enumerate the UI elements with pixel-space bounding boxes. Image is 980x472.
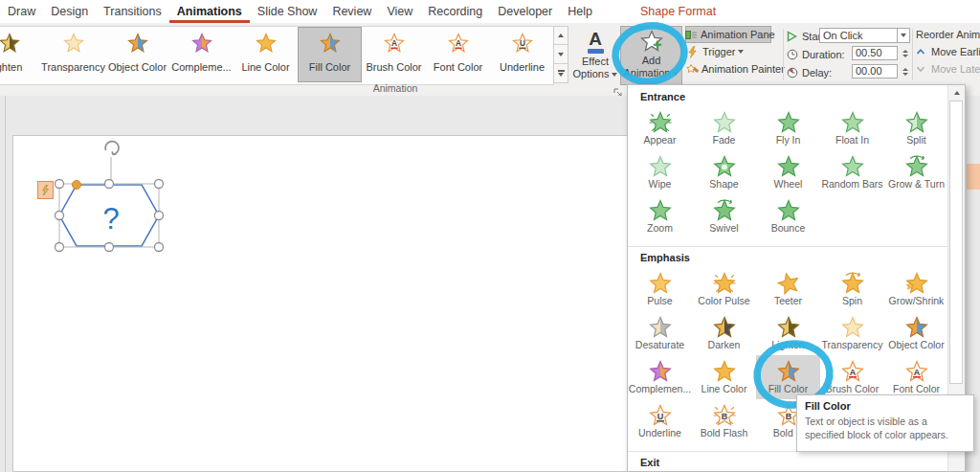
menu-section-entrance: EntranceAppearFadeFly InFloat InSplitWip… bbox=[628, 91, 949, 238]
scrollbar-thumb[interactable] bbox=[949, 101, 963, 384]
menu-effect-color-pulse[interactable]: Color Pulse bbox=[692, 267, 756, 311]
zoom-star-icon bbox=[649, 197, 672, 223]
start-select-arrow[interactable] bbox=[898, 28, 910, 43]
tab-label: Animations bbox=[177, 5, 242, 18]
menu-effect-spin[interactable]: Spin bbox=[820, 267, 884, 311]
trigger-label: Trigger bbox=[702, 46, 735, 57]
gallery-item-label: ghten bbox=[0, 61, 22, 73]
animation-group-label: Animation bbox=[352, 82, 438, 94]
scrollbar-up-button[interactable] bbox=[948, 85, 965, 100]
menu-effect-bounce[interactable]: Bounce bbox=[756, 194, 820, 238]
tab-slide-show[interactable]: Slide Show bbox=[250, 0, 325, 23]
menu-effect-wipe[interactable]: Wipe bbox=[628, 150, 692, 194]
caret-up-icon bbox=[916, 48, 929, 56]
gallery-item-transparency[interactable]: Transparency bbox=[41, 27, 105, 82]
duration-value: 00.50 bbox=[856, 47, 882, 58]
animation-styles-gallery: ghtenTransparencyObject ColorCompleme...… bbox=[0, 26, 554, 85]
ribbon-separator bbox=[783, 29, 784, 80]
menu-effect-desaturate[interactable]: Desaturate bbox=[628, 311, 692, 355]
menu-effect-float-in[interactable]: Float In bbox=[820, 106, 884, 150]
up-arrow-icon bbox=[954, 91, 960, 95]
color-pulse-star-icon bbox=[713, 270, 736, 296]
adjust-handle[interactable] bbox=[73, 181, 81, 190]
tab-design[interactable]: Design bbox=[43, 0, 96, 23]
gallery-scroll-down-button[interactable] bbox=[553, 45, 568, 64]
start-select[interactable]: On Click bbox=[819, 28, 898, 43]
teeter-star-icon bbox=[777, 270, 800, 296]
menu-effect-underline[interactable]: UUnderline bbox=[628, 399, 692, 443]
menu-effect-random-bars[interactable]: Random Bars bbox=[820, 150, 884, 194]
menu-effect-label: Shape bbox=[709, 179, 738, 190]
spin-star-icon bbox=[841, 270, 864, 296]
svg-text:U: U bbox=[520, 39, 525, 48]
tab-developer[interactable]: Developer bbox=[490, 0, 560, 23]
menu-effect-line-color[interactable]: Line Color bbox=[692, 355, 756, 399]
trigger-button[interactable]: Trigger bbox=[685, 43, 783, 60]
menu-effect-wheel[interactable]: Wheel bbox=[756, 150, 820, 194]
spin-up-icon bbox=[902, 50, 908, 53]
duration-input[interactable]: 00.50 bbox=[852, 46, 898, 60]
start-value: On Click bbox=[823, 30, 863, 41]
split-star-icon bbox=[905, 109, 928, 135]
menu-effect-pulse[interactable]: Pulse bbox=[628, 267, 692, 311]
gallery-item-ghten[interactable]: ghten bbox=[0, 27, 41, 82]
gallery-item-underline[interactable]: UUnderline bbox=[490, 27, 554, 82]
menu-effect-lighten[interactable]: Lighten bbox=[756, 311, 820, 355]
gallery-item-font-color[interactable]: AFont Color bbox=[426, 27, 490, 82]
duration-spinner[interactable] bbox=[900, 46, 910, 60]
gallery-more-button[interactable] bbox=[553, 64, 568, 83]
menu-effect-label: Brush Color bbox=[826, 384, 879, 394]
shape-placeholder-text: ? bbox=[102, 202, 119, 236]
tab-recording[interactable]: Recording bbox=[420, 0, 490, 23]
menu-effect-fly-in[interactable]: Fly In bbox=[756, 106, 820, 150]
up-arrow-icon bbox=[558, 34, 564, 37]
menu-effect-grow-shrink[interactable]: Grow/Shrink bbox=[884, 267, 948, 311]
animation-pane-button[interactable]: Animation Pane bbox=[685, 26, 771, 43]
gallery-scroll-buttons bbox=[553, 26, 568, 85]
tab-view[interactable]: View bbox=[379, 0, 420, 23]
tab-review[interactable]: Review bbox=[324, 0, 379, 23]
delay-spinner[interactable] bbox=[900, 64, 910, 79]
gallery-item-compleme[interactable]: Compleme... bbox=[169, 27, 234, 82]
gallery-item-object-color[interactable]: Object Color bbox=[105, 27, 169, 82]
menu-effect-teeter[interactable]: Teeter bbox=[756, 267, 820, 311]
menu-effect-object-color[interactable]: Object Color bbox=[884, 311, 948, 355]
menu-effect-zoom[interactable]: Zoom bbox=[628, 194, 692, 238]
lightning-bolt-icon bbox=[685, 46, 700, 58]
menu-effect-brush-color[interactable]: ABrush Color bbox=[820, 355, 884, 399]
tab-help[interactable]: Help bbox=[560, 0, 600, 23]
menu-effect-fade[interactable]: Fade bbox=[692, 106, 756, 150]
tab-transitions[interactable]: Transitions bbox=[96, 0, 169, 23]
tab-shape-format[interactable]: Shape Format bbox=[633, 0, 724, 23]
gallery-item-fill-color[interactable]: Fill Color bbox=[298, 27, 362, 82]
delay-input[interactable]: 00.00 bbox=[852, 64, 898, 79]
menu-effect-darken[interactable]: Darken bbox=[692, 311, 756, 355]
effect-options-button[interactable]: A Effect Options bbox=[571, 26, 619, 85]
random-bars-star-icon bbox=[841, 153, 864, 179]
menu-effect-grow-turn[interactable]: Grow & Turn bbox=[884, 150, 948, 194]
delay-value: 00.00 bbox=[856, 65, 882, 77]
gallery-item-brush-color[interactable]: ABrush Color bbox=[362, 27, 426, 82]
grow-shrink-star-icon bbox=[905, 270, 928, 296]
menu-effect-transparency[interactable]: Transparency bbox=[820, 311, 884, 355]
down-arrow-icon bbox=[558, 53, 564, 56]
move-later-button[interactable]: Move Later bbox=[916, 60, 980, 78]
animation-styles-strip: ghtenTransparencyObject ColorCompleme...… bbox=[0, 27, 554, 82]
selected-hexagon-shape[interactable]: ? bbox=[43, 134, 172, 263]
gallery-scroll-up-button[interactable] bbox=[553, 26, 568, 45]
menu-effect-bold-flash[interactable]: BBold Flash bbox=[692, 399, 756, 443]
gallery-item-line-color[interactable]: Line Color bbox=[234, 27, 298, 82]
menu-effect-split[interactable]: Split bbox=[884, 106, 948, 150]
menu-effect-fill-color[interactable]: Fill Color bbox=[756, 355, 820, 399]
menu-effect-shape[interactable]: Shape bbox=[692, 150, 756, 194]
tab-draw[interactable]: Draw bbox=[0, 0, 43, 23]
animation-painter-button[interactable]: Animation Painter bbox=[685, 60, 783, 78]
move-earlier-button[interactable]: Move Earlie bbox=[916, 43, 980, 60]
menu-effect-swivel[interactable]: Swivel bbox=[692, 194, 756, 238]
add-animation-button[interactable]: Add Animation bbox=[620, 26, 682, 85]
tab-animations[interactable]: Animations bbox=[169, 0, 250, 23]
menu-effect-font-color[interactable]: AFont Color bbox=[884, 355, 948, 399]
menu-effect-complemen[interactable]: Complemen... bbox=[628, 355, 692, 399]
menu-effect-appear[interactable]: Appear bbox=[628, 106, 692, 150]
tab-label: Review bbox=[332, 5, 371, 18]
